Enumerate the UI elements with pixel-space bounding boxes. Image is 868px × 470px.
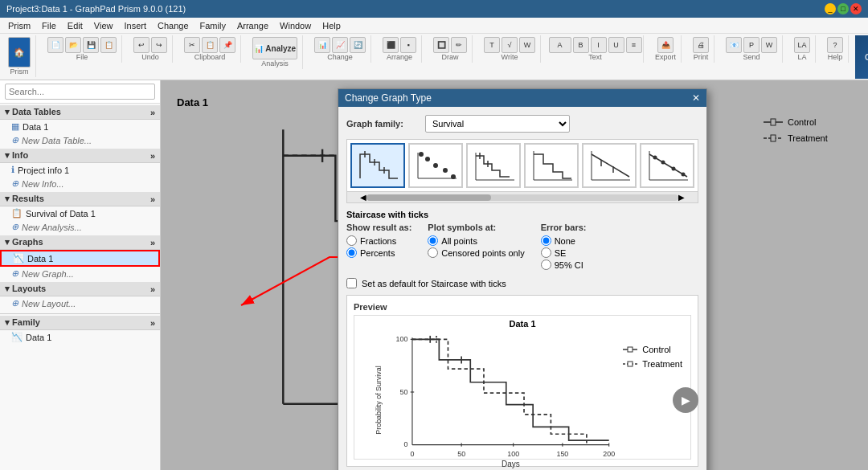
word-btn[interactable]: W bbox=[761, 37, 777, 53]
sidebar-section-graphs[interactable]: ▾ Graphs » bbox=[0, 235, 160, 250]
play-button[interactable]: ▶ bbox=[673, 387, 698, 413]
menu-file[interactable]: File bbox=[37, 20, 61, 31]
send-btn[interactable]: 📧 bbox=[726, 37, 742, 53]
toolbar-icons-prism: 🏠 bbox=[8, 37, 31, 67]
la-btn[interactable]: LA bbox=[794, 37, 810, 53]
thumb-svg-5 bbox=[585, 146, 633, 185]
sidebar-section-results[interactable]: ▾ Results » bbox=[0, 192, 160, 206]
sidebar-item-project-info[interactable]: ℹ Project info 1 bbox=[0, 163, 160, 177]
sidebar-item-new-data-table-label: New Data Table... bbox=[22, 136, 92, 145]
toolbar-section-change: 📊 📈 🔄 Change bbox=[309, 35, 371, 63]
menu-family[interactable]: Family bbox=[195, 20, 231, 31]
radio-fractions-input[interactable] bbox=[346, 235, 357, 246]
radio-all-points-input[interactable] bbox=[428, 235, 438, 246]
radio-fractions[interactable]: Fractions bbox=[346, 235, 411, 246]
sidebar-item-new-graph[interactable]: ⊕ New Graph... bbox=[0, 267, 160, 280]
sidebar-item-survival[interactable]: 📋 Survival of Data 1 bbox=[0, 206, 160, 220]
copy-btn[interactable]: 📋 bbox=[202, 37, 218, 53]
open-file-btn[interactable]: 📂 bbox=[65, 37, 81, 53]
paste-btn[interactable]: 📌 bbox=[219, 37, 235, 53]
sidebar-section-layouts[interactable]: ▾ Layouts » bbox=[0, 282, 160, 296]
graph-type-thumb-4[interactable] bbox=[524, 143, 579, 188]
graph-family-select[interactable]: Survival XY Column Grouped Parts of whol… bbox=[425, 115, 570, 133]
graph-type-scrollbar[interactable]: ◀ ▶ bbox=[347, 191, 698, 202]
graph-type-thumb-6[interactable] bbox=[640, 143, 694, 188]
draw-btn2[interactable]: ✏ bbox=[451, 37, 467, 53]
sidebar-item-new-info[interactable]: ⊕ New Info... bbox=[0, 177, 160, 190]
redo-btn[interactable]: ↪ bbox=[151, 37, 167, 53]
menu-prism[interactable]: Prism bbox=[3, 20, 35, 31]
scroll-right-btn[interactable]: ▶ bbox=[678, 193, 685, 202]
sidebar-section-info[interactable]: ▾ Info » bbox=[0, 149, 160, 163]
cut-btn[interactable]: ✂ bbox=[184, 37, 200, 53]
help-btn[interactable]: ? bbox=[827, 37, 843, 53]
graph-type-thumb-5[interactable] bbox=[582, 143, 637, 188]
change-btn3[interactable]: 🔄 bbox=[350, 37, 366, 53]
radio-censored-only-input[interactable] bbox=[428, 247, 438, 258]
ppt-btn[interactable]: P bbox=[743, 37, 760, 53]
sidebar-section-family[interactable]: ▾ Family » bbox=[0, 316, 160, 330]
graph-type-thumb-2[interactable] bbox=[408, 143, 463, 188]
save-file-btn[interactable]: 💾 bbox=[83, 37, 99, 53]
radio-ci95[interactable]: 95% CI bbox=[541, 260, 587, 270]
change-btn1[interactable]: 📊 bbox=[314, 37, 330, 53]
radio-all-points[interactable]: All points bbox=[428, 235, 524, 246]
svg-point-38 bbox=[672, 167, 676, 171]
menu-view[interactable]: View bbox=[89, 20, 118, 31]
undo-btn[interactable]: ↩ bbox=[133, 37, 149, 53]
radio-none[interactable]: None bbox=[541, 235, 587, 246]
modal-close-button[interactable]: ✕ bbox=[692, 92, 700, 104]
scrollbar-thumb[interactable] bbox=[366, 194, 491, 201]
default-checkbox[interactable] bbox=[346, 278, 357, 288]
menu-help[interactable]: Help bbox=[317, 20, 346, 31]
sidebar-item-graph-data1[interactable]: 📉 Data 1 bbox=[0, 250, 160, 267]
radio-none-input[interactable] bbox=[541, 235, 551, 246]
menu-arrange[interactable]: Arrange bbox=[232, 20, 273, 31]
sidebar-item-new-data-table[interactable]: ⊕ New Data Table... bbox=[0, 133, 160, 147]
text-bold-btn[interactable]: B bbox=[573, 37, 589, 53]
minimize-button[interactable]: _ bbox=[825, 3, 836, 14]
print-btn[interactable]: 🖨 bbox=[693, 37, 709, 53]
sidebar-item-new-layout[interactable]: ⊕ New Layout... bbox=[0, 296, 160, 310]
analyze-btn[interactable]: 📊 Analyze bbox=[252, 37, 297, 59]
menu-insert[interactable]: Insert bbox=[119, 20, 151, 31]
change-btn2[interactable]: 📈 bbox=[332, 37, 348, 53]
info-icon: ℹ bbox=[11, 165, 14, 175]
radio-se-input[interactable] bbox=[541, 247, 551, 258]
write-btn1[interactable]: T bbox=[484, 37, 500, 53]
text-italic-btn[interactable]: I bbox=[591, 37, 607, 53]
radio-se[interactable]: SE bbox=[541, 247, 587, 258]
sidebar-item-data1[interactable]: ▦ Data 1 bbox=[0, 120, 160, 133]
save-as-btn[interactable]: 📋 bbox=[100, 37, 117, 53]
maximize-button[interactable]: □ bbox=[837, 3, 849, 14]
radio-percents-input[interactable] bbox=[346, 247, 357, 258]
graph-type-thumb-1[interactable] bbox=[350, 143, 405, 188]
prism-home-btn[interactable]: 🏠 bbox=[8, 37, 31, 67]
scrollbar-track[interactable] bbox=[366, 194, 678, 201]
add-graph-icon: ⊕ bbox=[11, 268, 18, 279]
graph-type-thumb-3[interactable] bbox=[466, 143, 521, 188]
text-underline-btn[interactable]: U bbox=[608, 37, 624, 53]
radio-percents[interactable]: Percents bbox=[346, 247, 411, 258]
search-input[interactable] bbox=[5, 84, 155, 100]
arrange-btn1[interactable]: ⬛ bbox=[383, 37, 399, 53]
arrange-btn2[interactable]: ▪ bbox=[400, 37, 416, 53]
sidebar-section-data-tables[interactable]: ▾ Data Tables » bbox=[0, 105, 160, 120]
text-size-btn[interactable]: A bbox=[549, 37, 571, 53]
sidebar-item-new-analysis[interactable]: ⊕ New Analysis... bbox=[0, 220, 160, 234]
write-btn3[interactable]: W bbox=[519, 37, 535, 53]
close-button[interactable]: ✕ bbox=[850, 3, 862, 14]
menu-change[interactable]: Change bbox=[153, 20, 194, 31]
menu-window[interactable]: Window bbox=[275, 20, 316, 31]
export-btn[interactable]: 📤 bbox=[657, 37, 674, 53]
sidebar-item-family-data1[interactable]: 📉 Data 1 bbox=[0, 330, 160, 344]
text-align-btn[interactable]: ≡ bbox=[626, 37, 642, 53]
menu-edit[interactable]: Edit bbox=[63, 20, 88, 31]
new-file-btn[interactable]: 📄 bbox=[47, 37, 63, 53]
write-btn2[interactable]: √ bbox=[502, 37, 518, 53]
radio-ci95-input[interactable] bbox=[541, 260, 551, 270]
scroll-left-btn[interactable]: ◀ bbox=[360, 193, 366, 202]
draw-btn1[interactable]: 🔲 bbox=[433, 37, 449, 53]
toolbar-icons-text: A B I U ≡ bbox=[549, 37, 642, 53]
radio-censored-only[interactable]: Censored points only bbox=[428, 247, 524, 258]
